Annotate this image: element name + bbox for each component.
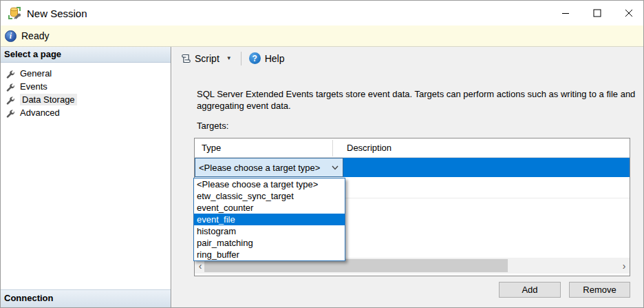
main-panel: Script ▼ ? Help SQL Server Extended Even… (172, 47, 644, 308)
remove-button[interactable]: Remove (569, 282, 630, 298)
grid-header: Type Description (195, 138, 630, 158)
sidebar-item-events[interactable]: Events (1, 80, 171, 93)
maximize-icon (593, 9, 601, 17)
target-type-combobox[interactable]: <Please choose a target type> (195, 158, 343, 177)
dropdown-option[interactable]: histogram (194, 225, 345, 237)
wrench-icon (6, 108, 15, 118)
status-text: Ready (21, 30, 49, 41)
script-label: Script (195, 53, 219, 64)
wrench-icon (6, 95, 15, 105)
scroll-right-icon[interactable]: › (619, 258, 630, 274)
sidebar-item-general[interactable]: General (1, 67, 171, 80)
dropdown-option[interactable]: <Please choose a target type> (194, 178, 345, 190)
dropdown-option[interactable]: pair_matching (194, 237, 345, 249)
combobox-value: <Please choose a target type> (199, 163, 320, 173)
connection-header: Connection (1, 289, 171, 308)
maximize-button[interactable] (581, 1, 613, 25)
title-bar: New Session (1, 1, 644, 25)
wrench-icon (6, 82, 15, 92)
new-session-icon (8, 6, 21, 20)
select-a-page-header: Select a page (1, 47, 171, 63)
targets-label: Targets: (197, 121, 228, 131)
window-title: New Session (27, 8, 87, 19)
info-icon: i (5, 30, 17, 42)
close-icon (625, 9, 633, 17)
help-button[interactable]: ? Help (246, 50, 288, 66)
page-description: SQL Server Extended Events targets store… (197, 88, 644, 112)
column-header-type[interactable]: Type (202, 138, 221, 158)
column-header-description[interactable]: Description (347, 138, 391, 158)
script-dropdown-arrow-icon[interactable]: ▼ (222, 53, 236, 63)
help-icon: ? (249, 52, 261, 64)
minimize-icon (561, 9, 570, 17)
script-button[interactable]: Script (178, 51, 222, 66)
sidebar-item-data-storage[interactable]: Data Storage (1, 93, 171, 106)
sidebar: Select a page General Events Data Storag… (1, 47, 171, 308)
sidebar-item-advanced[interactable]: Advanced (1, 106, 171, 119)
status-bar: i Ready (1, 25, 644, 47)
dropdown-option-highlighted[interactable]: event_file (194, 214, 345, 225)
close-button[interactable] (613, 1, 644, 25)
dropdown-option[interactable]: event_counter (194, 202, 345, 214)
minimize-button[interactable] (550, 1, 581, 25)
dropdown-option[interactable]: ring_buffer (194, 249, 345, 260)
add-button[interactable]: Add (499, 282, 561, 298)
target-type-dropdown: <Please choose a target type> etw_classi… (193, 178, 345, 261)
sidebar-item-label: Events (20, 81, 47, 92)
sidebar-item-label: Advanced (20, 107, 60, 118)
column-divider (332, 140, 333, 156)
toolbar: Script ▼ ? Help (172, 47, 644, 70)
toolbar-separator (241, 52, 242, 65)
script-icon (180, 53, 191, 64)
help-label: Help (265, 53, 285, 64)
wrench-icon (6, 69, 15, 79)
sidebar-item-label: Data Storage (20, 94, 77, 105)
dropdown-option[interactable]: etw_classic_sync_target (194, 190, 345, 202)
sidebar-item-label: General (20, 68, 52, 79)
new-session-dialog: New Session i Ready Select a page Genera… (0, 0, 644, 308)
page-list: General Events Data Storage Advanced (1, 63, 171, 119)
chevron-down-icon (332, 165, 339, 170)
